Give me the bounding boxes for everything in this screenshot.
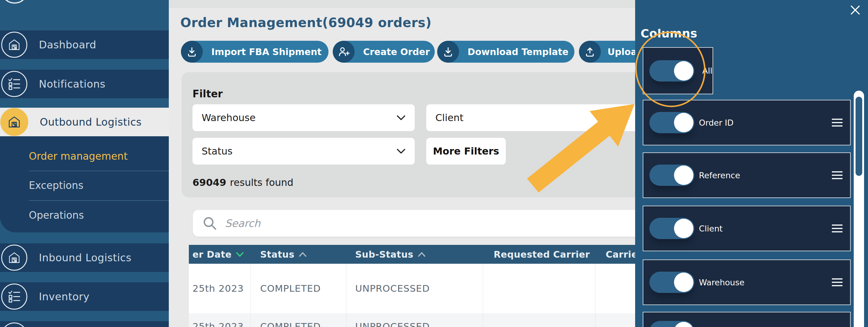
toggle-knob — [674, 273, 693, 292]
column-divider — [483, 313, 483, 327]
column-header-status[interactable]: Status — [260, 245, 307, 264]
sort-asc-icon — [299, 252, 307, 257]
submenu-divider — [29, 200, 169, 201]
status-dropdown-value: Status — [202, 145, 232, 157]
column-header-requested-carrier[interactable]: Requested Carrier — [494, 245, 590, 264]
sort-desc-icon — [236, 252, 244, 257]
column-divider — [483, 264, 483, 313]
column-header-sub-status[interactable]: Sub-Status — [355, 245, 426, 264]
scrollbar-thumb[interactable] — [856, 97, 862, 176]
toggle-knob — [674, 165, 693, 185]
sidebar-item-order-management[interactable]: Order management — [29, 149, 127, 163]
column-divider — [250, 313, 251, 327]
toggle-partial[interactable] — [649, 321, 694, 327]
results-count-text: 69049results found — [192, 177, 293, 188]
sidebar-item-partial[interactable] — [0, 321, 169, 327]
column-row-order-id: Order ID — [643, 100, 851, 145]
more-filters-button[interactable]: More Filters — [426, 138, 506, 165]
checklist-icon — [1, 283, 27, 310]
column-header-order-date[interactable]: er Date — [192, 245, 244, 264]
app-root: Order Management(69049 orders) Import FB… — [0, 0, 868, 327]
toggle-knob — [674, 322, 693, 327]
results-count: 69049 — [192, 177, 226, 188]
column-divider — [595, 264, 595, 313]
toggle-reference[interactable] — [649, 165, 694, 186]
import-fba-shipment-button[interactable]: Import FBA Shipment — [181, 41, 329, 63]
sidebar-item-notifications[interactable]: Notifications — [0, 70, 169, 98]
column-row-partial — [643, 312, 851, 327]
chevron-down-icon — [397, 148, 406, 154]
sidebar-item-operations[interactable]: Operations — [29, 209, 84, 222]
status-dropdown[interactable]: Status — [192, 138, 415, 165]
submenu-divider — [29, 171, 169, 171]
search-icon — [202, 215, 218, 231]
sidebar-item-inventory[interactable]: Inventory — [0, 282, 169, 311]
toggle-order-id[interactable] — [649, 112, 694, 133]
warehouse-icon — [0, 108, 28, 136]
person-plus-icon — [333, 41, 354, 63]
toggle-all[interactable] — [649, 60, 694, 82]
sidebar-item-outbound-logistics[interactable]: Outbound Logistics — [0, 108, 169, 136]
column-divider — [250, 264, 251, 313]
warehouse-icon — [1, 245, 27, 271]
results-suffix: results found — [230, 177, 293, 188]
sidebar: Dashboard Notifications Outbound Logisti… — [0, 0, 169, 327]
column-divider — [346, 264, 346, 313]
chevron-down-icon — [397, 115, 406, 120]
table-row[interactable]: 25th 2023 COMPLETED UNPROCESSED — [189, 313, 681, 327]
drag-handle-icon[interactable] — [832, 169, 842, 181]
toggle-client[interactable] — [649, 218, 694, 239]
logo-circle-icon — [1, 0, 29, 4]
search-bar — [193, 210, 681, 237]
download-icon — [437, 41, 459, 63]
all-label: All — [702, 66, 712, 76]
column-row-warehouse: Warehouse — [643, 260, 851, 305]
client-dropdown-value: Client — [435, 112, 464, 124]
filter-title: Filter — [192, 88, 223, 100]
sort-asc-icon — [418, 252, 426, 257]
column-row-client: Client — [643, 206, 851, 251]
column-header-carrier[interactable]: Carrie — [606, 245, 638, 264]
drag-handle-icon[interactable] — [832, 276, 842, 289]
button-label: Create Order — [354, 47, 438, 57]
warehouse-dropdown-value: Warehouse — [202, 112, 256, 124]
download-template-button[interactable]: Download Template — [437, 41, 575, 63]
download-icon — [181, 41, 203, 63]
table-row[interactable]: 25th 2023 COMPLETED UNPROCESSED — [189, 264, 681, 313]
drag-handle-icon[interactable] — [832, 222, 842, 235]
sidebar-item-exceptions[interactable]: Exceptions — [29, 179, 84, 192]
search-input[interactable] — [225, 217, 681, 229]
cell-status: COMPLETED — [260, 264, 321, 313]
toggle-knob — [674, 219, 693, 238]
toggle-knob — [674, 113, 693, 132]
cell-sub-status: UNPROCESSED — [355, 264, 430, 313]
drag-handle-icon[interactable] — [832, 116, 842, 129]
all-columns-row: All — [643, 47, 713, 94]
panel-title: Columns — [641, 27, 698, 40]
checklist-icon — [1, 71, 27, 97]
button-label: Uploa — [601, 47, 637, 57]
close-icon[interactable] — [848, 2, 863, 18]
button-label: Import FBA Shipment — [203, 47, 330, 57]
columns-panel: Columns All Order ID Reference Client — [635, 0, 868, 327]
button-label: Download Template — [459, 47, 577, 57]
panel-scrollbar[interactable] — [854, 91, 864, 327]
table-header: er Date Status Sub-Status Requested Carr… — [189, 245, 681, 264]
column-divider — [595, 313, 595, 327]
outbound-submenu: Order management Exceptions Operations — [0, 136, 169, 233]
cell-sub-status: UNPROCESSED — [355, 313, 430, 327]
cell-order-date: 25th 2023 — [192, 313, 244, 327]
sidebar-item-dashboard[interactable]: Dashboard — [0, 30, 169, 59]
column-row-reference: Reference — [643, 153, 851, 198]
circle-icon — [1, 322, 27, 327]
page-title: Order Management(69049 orders) — [180, 15, 431, 30]
cell-order-date: 25th 2023 — [192, 264, 244, 313]
column-divider — [346, 313, 346, 327]
warehouse-icon — [1, 32, 27, 58]
sidebar-item-inbound-logistics[interactable]: Inbound Logistics — [0, 243, 169, 272]
cell-status: COMPLETED — [260, 313, 321, 327]
toggle-warehouse[interactable] — [649, 272, 694, 293]
create-order-button[interactable]: Create Order — [333, 41, 435, 63]
warehouse-dropdown[interactable]: Warehouse — [192, 104, 415, 131]
toggle-knob — [674, 61, 693, 81]
